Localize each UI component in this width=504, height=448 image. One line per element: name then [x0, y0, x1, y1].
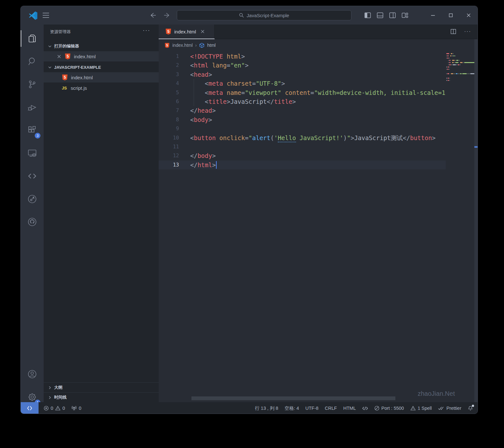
outline-section[interactable]: 大纲	[44, 382, 159, 392]
minimize-icon[interactable]	[424, 6, 442, 25]
encoding[interactable]: UTF-8	[302, 406, 322, 411]
watermark-text: zhaoJian.Net	[418, 390, 455, 397]
extensions-icon[interactable]: 3	[21, 119, 44, 142]
double-check-icon	[438, 406, 444, 410]
code-line-10[interactable]: 10<button onclick="alert('Hello JavaScri…	[159, 133, 446, 142]
code-tour-icon[interactable]	[21, 188, 44, 210]
code-line-12[interactable]: 12</body>	[159, 151, 446, 160]
tab-index-html[interactable]: 5 index.html	[159, 25, 215, 39]
open-editor-item[interactable]: 5 index.html	[44, 51, 159, 61]
indentation[interactable]: 空格: 4	[281, 405, 302, 411]
file-name: script.js	[71, 85, 87, 91]
code-feedback-icon[interactable]	[359, 406, 371, 411]
overview-ruler[interactable]	[474, 39, 478, 402]
file-item-index-html[interactable]: 5 index.html	[44, 72, 159, 82]
tab-bar: 5 index.html ···	[159, 25, 478, 39]
close-icon[interactable]	[460, 6, 478, 25]
file-item-script-js[interactable]: JS script.js	[44, 83, 159, 93]
line-content	[179, 124, 190, 133]
toggle-panel-icon[interactable]	[377, 12, 384, 19]
chevron-right-icon	[48, 396, 52, 399]
close-editor-icon[interactable]	[57, 54, 61, 59]
cursor-position[interactable]: 行 13 , 列 8	[252, 405, 281, 411]
warning-icon	[55, 406, 61, 411]
chevron-down-icon	[48, 66, 52, 69]
spell-checker[interactable]: 1 Spell	[407, 406, 435, 411]
folder-section[interactable]: JAVASCRIPT-EXAMPLE	[44, 62, 159, 72]
remote-indicator[interactable]	[21, 402, 39, 414]
code-line-8[interactable]: 8<body>	[159, 115, 446, 124]
account-icon[interactable]	[21, 363, 44, 386]
split-editor-icon[interactable]	[450, 28, 457, 35]
titlebar: JavaScript-Example	[21, 6, 478, 25]
text-cursor	[216, 161, 217, 169]
code-line-9[interactable]: 9	[159, 124, 446, 133]
remote-explorer-icon[interactable]	[21, 142, 44, 165]
maximize-icon[interactable]	[442, 6, 460, 25]
toggle-secondary-sidebar-icon[interactable]	[389, 12, 396, 19]
line-content: <title>JavaScript</title>	[179, 97, 296, 106]
code-line-11[interactable]: 11	[159, 142, 446, 151]
customize-layout-icon[interactable]	[401, 12, 408, 19]
line-content: </html>	[179, 160, 217, 169]
code-line-13[interactable]: 13</html>	[159, 160, 446, 169]
toggle-sidebar-icon[interactable]	[364, 12, 371, 19]
timeline-label: 时间线	[54, 395, 67, 400]
line-number: 3	[159, 70, 179, 79]
open-editors-section[interactable]: 打开的编辑器	[44, 41, 159, 51]
back-arrow-icon[interactable]	[149, 12, 156, 19]
line-number: 2	[159, 61, 179, 70]
folder-name-label: JAVASCRIPT-EXAMPLE	[54, 65, 101, 70]
forward-arrow-icon[interactable]	[163, 12, 170, 19]
html-file-icon: 5	[65, 53, 70, 60]
notifications-bell[interactable]	[464, 406, 476, 411]
source-control-icon[interactable]	[21, 73, 44, 96]
code-line-7[interactable]: 7</head>	[159, 106, 446, 115]
breadcrumb-node[interactable]: html	[207, 43, 215, 48]
code-line-3[interactable]: 3<head>	[159, 70, 446, 79]
code-line-2[interactable]: 2<html lang="en">	[159, 61, 446, 70]
line-number: 1	[159, 52, 179, 61]
command-center-search[interactable]: JavaScript-Example	[177, 10, 351, 20]
github-icon[interactable]	[21, 210, 44, 233]
run-debug-icon[interactable]	[21, 96, 44, 119]
status-right-group: 行 13 , 列 8 空格: 4 UTF-8 CRLF HTML Port : …	[252, 405, 476, 411]
code-line-4[interactable]: 4 <meta charset="UTF-8">	[159, 79, 446, 88]
code-line-5[interactable]: 5 <meta name="viewport" content="width=d…	[159, 88, 446, 97]
problems-indicator[interactable]: 0 0	[40, 406, 68, 411]
live-share-icon[interactable]	[21, 165, 44, 188]
formatter-prettier[interactable]: Prettier	[435, 406, 464, 411]
sidebar-title: 资源管理器	[50, 29, 71, 35]
eol-sequence[interactable]: CRLF	[322, 406, 340, 411]
code-editor[interactable]: 1<!DOCTYPE html>2<html lang="en">3<head>…	[159, 52, 478, 389]
warning-triangle-icon	[410, 406, 416, 411]
line-content: <body>	[179, 115, 212, 124]
editor-group-actions: ···	[450, 28, 471, 35]
vscode-logo-icon	[28, 11, 38, 20]
line-content: <html lang="en">	[179, 61, 248, 70]
explorer-icon[interactable]	[21, 27, 44, 50]
html-file-icon: 5	[62, 75, 68, 81]
status-bar: 0 0 0 行 13 , 列 8 空格:	[21, 402, 478, 414]
notification-dot	[472, 405, 474, 407]
menu-icon[interactable]	[42, 12, 49, 18]
ports-indicator[interactable]: 0	[68, 406, 84, 411]
search-sidebar-icon[interactable]	[21, 50, 44, 73]
timeline-section[interactable]: 时间线	[44, 392, 159, 402]
line-content: <meta name="viewport" content="width=dev…	[179, 88, 445, 97]
chevron-down-icon	[48, 45, 52, 48]
code-line-6[interactable]: 6 <title>JavaScript</title>	[159, 97, 446, 106]
open-editor-filename: index.html	[74, 54, 96, 59]
line-number: 8	[159, 115, 179, 124]
code-line-1[interactable]: 1<!DOCTYPE html>	[159, 52, 446, 61]
more-actions-icon[interactable]: ···	[464, 30, 471, 33]
breadcrumb-file[interactable]: index.html	[172, 43, 193, 48]
close-tab-icon[interactable]	[200, 29, 205, 34]
line-content: </body>	[179, 151, 216, 160]
more-actions-icon[interactable]: ···	[143, 27, 150, 34]
line-number: 4	[159, 79, 179, 88]
minimap[interactable]	[446, 53, 472, 82]
live-server-port[interactable]: Port : 5500	[371, 406, 407, 411]
language-mode[interactable]: HTML	[340, 406, 359, 411]
horizontal-scrollbar[interactable]	[191, 396, 395, 400]
